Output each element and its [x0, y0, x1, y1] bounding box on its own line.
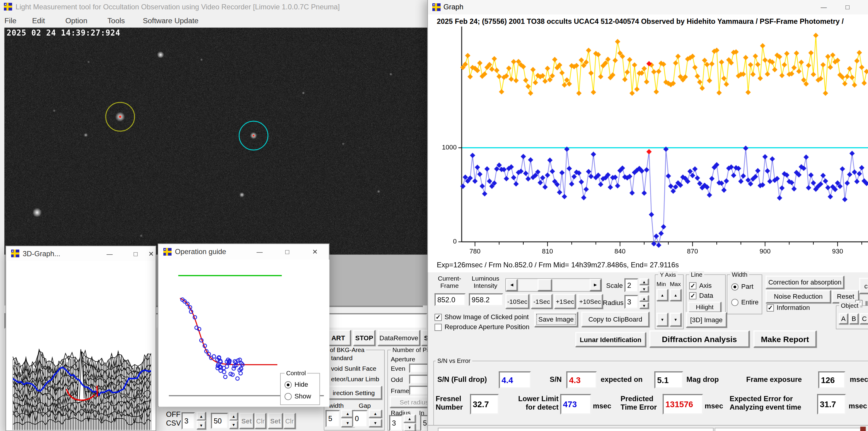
gap-up-arrow-button[interactable]: ▲	[369, 409, 382, 418]
minimize-icon[interactable]: —	[815, 0, 832, 14]
csv-spinner-field[interactable]: 50	[211, 413, 228, 429]
sn-full-drop-field[interactable]: 4.4	[499, 371, 531, 389]
minimize-icon[interactable]: —	[251, 244, 268, 259]
object-c-button[interactable]: C	[860, 313, 868, 324]
scale-down-arrow-button[interactable]: ▼	[640, 285, 649, 292]
axis-checkbox[interactable]: ✓ Axis	[689, 282, 712, 290]
scale-spinner-field[interactable]: 2	[624, 278, 638, 293]
radius-spinner-field[interactable]: 3	[389, 415, 402, 431]
entire-radio[interactable]: Entire	[731, 298, 758, 306]
gap-down-arrow-button[interactable]: ▼	[369, 419, 382, 427]
gap-spinner-field[interactable]: 0	[352, 410, 368, 427]
main-titlebar[interactable]: Light Measurement tool for Occultation O…	[0, 0, 437, 14]
expected-on-field[interactable]: 5.1	[654, 371, 683, 389]
offset-spinner-field[interactable]: 3	[182, 412, 195, 430]
direction-setting-button[interactable]: irection Setting	[326, 386, 382, 400]
save-image-button[interactable]: Save Image	[534, 312, 578, 327]
plus-1sec-button[interactable]: +1Sec	[554, 294, 576, 309]
radius-up-arrow-button[interactable]: ▲	[404, 414, 416, 423]
bkg-option-meteor-limb[interactable]: eteor/Lunar Limb	[331, 376, 379, 382]
fresnel-number-field[interactable]: 32.7	[470, 394, 499, 414]
minimize-icon[interactable]: —	[101, 246, 118, 261]
maximize-icon[interactable]: □	[839, 0, 856, 14]
expected-error-field[interactable]: 31.7	[817, 394, 846, 414]
menu-item-option[interactable]: Option	[65, 14, 87, 28]
reproduce-aperture-checkbox-label: Reproduce Aperture Position	[444, 323, 529, 331]
menu-item-edit[interactable]: Edit	[32, 14, 45, 28]
object-b-button[interactable]: B	[849, 313, 859, 324]
offset-up-arrow-button[interactable]: ▲	[196, 412, 206, 421]
bkg-option-avoid-sunlit[interactable]: void Sunlit Face	[331, 365, 376, 372]
show-image-checkbox[interactable]: ✓ Show Image of Clicked point	[434, 313, 529, 321]
bkg-option-standard[interactable]: tandard	[331, 355, 353, 361]
close-graph-button[interactable]: clos	[859, 278, 868, 294]
clear-button-1[interactable]: Clr	[255, 413, 267, 429]
csv-down-arrow-button[interactable]: ▼	[229, 421, 238, 429]
plus-10sec-button[interactable]: +10Sec	[577, 294, 603, 309]
copy-clipboard-button[interactable]: Copy to ClipBoard	[581, 312, 649, 327]
video-canvas[interactable]	[4, 28, 428, 255]
frame-scrollbar[interactable]: ◀ ▶	[505, 278, 601, 292]
close-icon[interactable]: ✕	[146, 246, 157, 261]
part-radio[interactable]: Part	[731, 283, 753, 290]
maximize-icon[interactable]: □	[127, 246, 144, 261]
offset-down-arrow-button[interactable]: ▼	[196, 421, 206, 429]
unchecked-icon	[434, 324, 442, 331]
scrollbar-right-arrow-button[interactable]: ▶	[589, 279, 601, 291]
scroll-up-button[interactable]	[860, 427, 866, 431]
hide-radio[interactable]: Hide	[285, 381, 308, 389]
data-remove-button[interactable]: DataRemove	[377, 330, 420, 346]
frame-exposure-field[interactable]: 126	[818, 371, 845, 389]
data-checkbox[interactable]: ✓ Data	[689, 292, 713, 300]
correction-absorption-button[interactable]: Correction for absorption	[766, 275, 844, 289]
minus-10sec-button[interactable]: -10Sec	[505, 294, 529, 309]
scrollbar-left-arrow-button[interactable]: ◀	[506, 279, 518, 291]
diffraction-analysis-button[interactable]: Diffraction Analysis	[649, 330, 749, 347]
menu-item-software-update[interactable]: Software Update	[143, 14, 199, 28]
show-radio[interactable]: Show	[285, 393, 311, 400]
three-d-titlebar[interactable]: 3D-Graph... — □ ✕	[6, 246, 156, 261]
operation-guide-titlebar[interactable]: Operation guide — □ ✕	[158, 244, 329, 259]
radius-down-arrow-button[interactable]: ▼	[404, 424, 416, 431]
graph-titlebar[interactable]: Graph — □ ✕	[428, 0, 868, 14]
menu-item-tools[interactable]: Tools	[107, 14, 125, 28]
minus-1sec-button[interactable]: -1Sec	[531, 294, 553, 309]
close-icon[interactable]: ✕	[307, 244, 323, 259]
radius-spinner-field[interactable]: 3	[624, 295, 638, 309]
menu-item-file[interactable]: File	[4, 14, 17, 28]
radius-down-arrow-button[interactable]: ▼	[640, 302, 649, 309]
y-min-down-arrow-button[interactable]: ▼	[657, 312, 669, 327]
scrollbar-thumb[interactable]	[537, 279, 552, 291]
current-frame-field[interactable]: 852.0	[434, 293, 466, 306]
close-icon[interactable]: ✕	[863, 0, 868, 14]
set-button-1[interactable]: Set	[239, 413, 254, 429]
scale-up-arrow-button[interactable]: ▲	[640, 278, 649, 285]
luminous-intensity-field[interactable]: 958.2	[469, 293, 503, 306]
video-frame[interactable]: 2025 02 24 14:39:27:924	[4, 28, 428, 255]
lunar-identification-button[interactable]: Lunar Identification	[575, 332, 646, 347]
sn-field[interactable]: 4.3	[566, 371, 597, 389]
make-report-button[interactable]: Make Report	[753, 330, 816, 347]
reproduce-aperture-checkbox[interactable]: Reproduce Aperture Position	[434, 323, 529, 331]
predicted-time-error-field[interactable]: 131576	[663, 394, 703, 414]
width-spinner-field[interactable]: 5	[326, 410, 340, 427]
hilight-button[interactable]: Hilight	[688, 302, 721, 313]
three-d-image-button[interactable]: [3D] Image	[686, 312, 727, 328]
information-checkbox[interactable]: ✓ Information	[767, 304, 810, 312]
clear-button-2[interactable]: Clr	[283, 413, 296, 429]
y-max-up-arrow-button[interactable]: ▲	[670, 289, 682, 301]
maximize-icon[interactable]: □	[279, 244, 296, 259]
noise-reduction-button[interactable]: Noise Reduction	[766, 290, 831, 303]
y-min-up-arrow-button[interactable]: ▲	[657, 289, 669, 301]
csv-up-arrow-button[interactable]: ▲	[229, 412, 238, 421]
lightcurve-chart[interactable]	[428, 27, 868, 272]
stop-button[interactable]: STOP	[353, 330, 375, 346]
radius-up-arrow-button[interactable]: ▲	[640, 295, 649, 302]
y-max-down-arrow-button[interactable]: ▼	[670, 312, 682, 327]
object-a-button[interactable]: A	[839, 313, 848, 324]
panel-edge-right	[715, 428, 861, 431]
limovie-app-icon	[163, 248, 172, 256]
lower-limit-field[interactable]: 473	[560, 394, 591, 414]
sn-error-group-label: S/N vs Error	[436, 358, 472, 364]
set-button-2[interactable]: Set	[268, 413, 283, 429]
